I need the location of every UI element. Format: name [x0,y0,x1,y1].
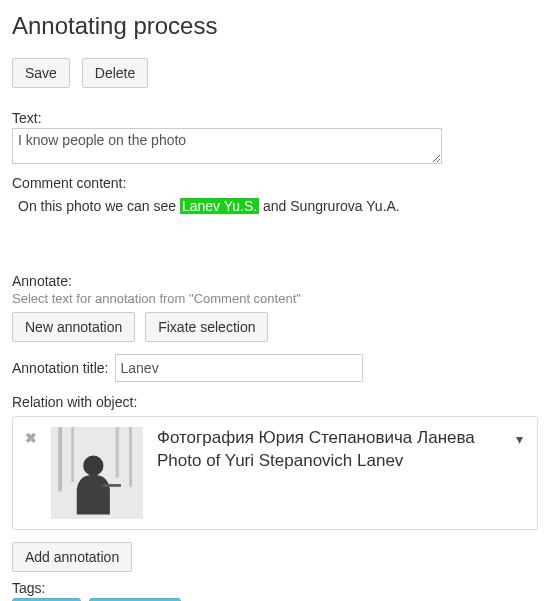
relation-label: Relation with object: [12,394,538,410]
annotate-label: Annotate: [12,273,538,289]
relation-title-en: Photo of Yuri Stepanovich Lanev [157,450,525,473]
save-button[interactable]: Save [12,58,70,88]
relation-title-ru: Фотография Юрия Степановича Ланева [157,427,525,450]
svg-rect-4 [129,427,132,487]
comment-text-after: and Sungrurova Yu.A. [259,198,400,214]
annotation-title-input[interactable] [115,354,363,382]
comment-text-before: On this photo we can see [18,198,180,214]
delete-button[interactable]: Delete [82,58,148,88]
svg-rect-3 [115,427,119,478]
comment-input[interactable]: On this photo we can see Lanev Yu.S. and… [12,193,534,249]
relation-dropdown-icon[interactable]: ▾ [516,431,523,447]
relation-thumbnail [51,427,143,519]
annotate-helper: Select text for annotation from "Comment… [12,291,538,306]
text-input[interactable]: I know people on the photo [12,128,442,164]
page-title: Annotating process [12,12,538,40]
comment-label: Comment content: [12,175,538,191]
svg-point-5 [83,456,103,476]
annotation-title-label: Annotation title: [12,360,109,376]
text-label: Text: [12,110,538,126]
svg-rect-6 [103,484,121,487]
relation-titles: Фотография Юрия Степановича Ланева Photo… [157,427,525,473]
add-annotation-button[interactable]: Add annotation [12,542,132,572]
tags-label: Tags: [12,580,538,596]
fixate-selection-button[interactable]: Fixate selection [145,312,268,342]
new-annotation-button[interactable]: New annotation [12,312,135,342]
comment-highlight[interactable]: Lanev Yu.S. [180,198,259,214]
svg-rect-1 [58,427,62,491]
photo-icon [51,427,143,519]
main-toolbar: Save Delete [12,58,538,88]
relation-card: ✖ Фотография Юрия Степановича Ланева Pho… [12,416,538,530]
svg-rect-2 [71,427,74,482]
remove-relation-icon[interactable]: ✖ [25,431,37,445]
